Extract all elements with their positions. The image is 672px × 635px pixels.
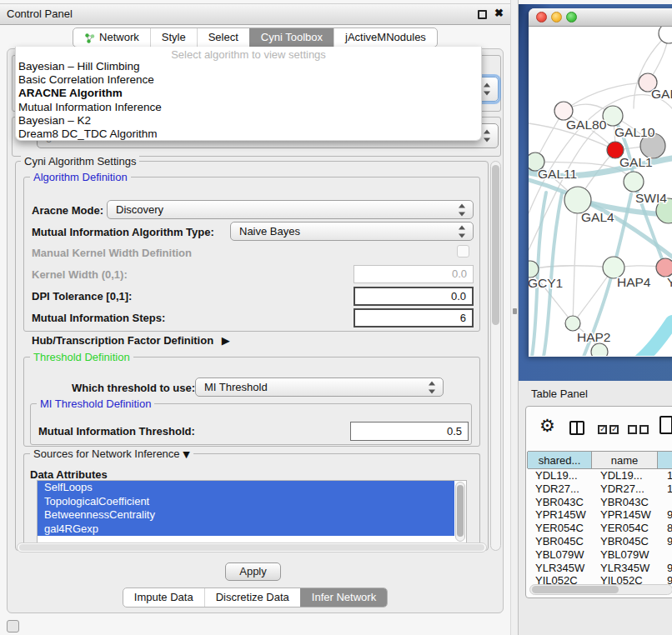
deselect-all-checkboxes-icon[interactable]: [628, 424, 651, 437]
split-pane-grabber-icon[interactable]: [513, 308, 517, 314]
table-cell: YBL079W: [528, 548, 593, 562]
panel-corner-icon[interactable]: [7, 620, 19, 632]
algorithm-option[interactable]: ARACNE Algorithm: [16, 87, 481, 100]
network-edge[interactable]: [573, 200, 578, 323]
settings-vertical-scrollbar[interactable]: [490, 161, 501, 551]
control-panel-title: Control Panel: [7, 8, 73, 20]
combo-spinner-icon: [429, 381, 436, 393]
attribute-item[interactable]: TopologicalCoefficient: [38, 495, 454, 509]
table-horizontal-scrollbar[interactable]: [529, 584, 672, 595]
close-icon[interactable]: ✖: [494, 7, 504, 19]
collapse-down-icon[interactable]: ▼: [183, 449, 189, 460]
table-cell: [659, 548, 672, 562]
table-row[interactable]: YDL19...YDL19...13: [528, 469, 672, 482]
mi-threshold-field[interactable]: 0.5: [350, 422, 469, 441]
attributes-vertical-scrollbar[interactable]: [455, 482, 465, 542]
kernel-width-field[interactable]: 0.0: [354, 265, 474, 283]
mi-type-value: Naive Bayes: [239, 222, 300, 240]
network-node-label: GAL1: [619, 155, 653, 169]
table-cell: YDR27...: [593, 482, 659, 496]
document-icon[interactable]: [659, 416, 672, 434]
tab-discretize-data[interactable]: Discretize Data: [204, 588, 300, 607]
network-node-y[interactable]: [656, 258, 672, 277]
table-row[interactable]: YDR27...YDR27...12: [528, 482, 672, 496]
network-node-hap2[interactable]: [565, 316, 580, 331]
float-window-icon[interactable]: [478, 10, 487, 19]
tab-label: Network: [99, 28, 139, 47]
network-window-titlebar[interactable]: [529, 8, 672, 27]
aracne-mode-value: Discovery: [116, 201, 163, 218]
tab-style[interactable]: Style: [150, 28, 197, 47]
network-window[interactable]: GALGAL80GAL10GAL1GAL11SWI4GAL4GCY1HAP4YH…: [529, 8, 672, 357]
algorithm-option[interactable]: Basic Correlation Inference: [16, 73, 481, 87]
algorithm-option[interactable]: Bayesian – Hill Climbing: [16, 60, 481, 73]
expand-right-icon[interactable]: ▶: [222, 334, 230, 347]
table-cell: YPR145W: [528, 508, 593, 522]
tab-impute-data[interactable]: Impute Data: [123, 588, 204, 607]
tab-network[interactable]: Network: [73, 28, 150, 47]
which-threshold-label: Which threshold to use:: [72, 382, 195, 394]
tab-label: Cyni Toolbox: [261, 28, 323, 47]
which-threshold-combo[interactable]: MI Threshold: [195, 378, 444, 397]
settings-scrollbar-thumb[interactable]: [492, 165, 499, 325]
split-pane-divider[interactable]: [510, 0, 519, 635]
algorithm-option[interactable]: Bayesian – K2: [16, 114, 481, 128]
column-header[interactable]: [657, 452, 672, 468]
zoom-traffic-light-icon[interactable]: [566, 12, 577, 22]
table-cell: YPR145W: [593, 508, 659, 522]
network-node-swi4[interactable]: [624, 172, 644, 192]
algorithm-option[interactable]: Dream8 DC_TDC Algorithm: [16, 128, 481, 141]
attributes-scrollbar-thumb[interactable]: [457, 485, 464, 537]
network-canvas[interactable]: GALGAL80GAL10GAL1GAL11SWI4GAL4GCY1HAP4YH…: [529, 27, 672, 356]
table-row[interactable]: YBR043CYBR043C: [528, 496, 672, 509]
tab-infer-network[interactable]: Infer Network: [300, 588, 387, 607]
network-node-label: HAP2: [577, 330, 611, 344]
algorithm-definition-title: Algorithm Definition: [30, 171, 131, 183]
network-node-label: SWI4: [635, 191, 667, 205]
column-header[interactable]: shared...: [527, 452, 592, 468]
gear-icon[interactable]: ⚙: [539, 416, 555, 436]
network-node-label: GAL4: [581, 210, 614, 224]
combo-spinner-icon: [484, 83, 491, 96]
table-hscrollbar-thumb[interactable]: [532, 586, 619, 593]
attribute-item[interactable]: gal4RGexp: [38, 522, 454, 537]
hub-definition-label[interactable]: Hub/Transcription Factor Definition ▶: [32, 334, 230, 347]
table-cell: YBR045C: [528, 535, 593, 548]
table-row[interactable]: YBR045CYBR045C9.: [528, 535, 672, 548]
column-header[interactable]: name: [591, 452, 658, 468]
table-row[interactable]: YPR145WYPR145W9.: [528, 508, 672, 522]
data-attributes-list[interactable]: SelfLoopsTopologicalCoefficientBetweenne…: [37, 480, 467, 543]
select-all-checkboxes-icon[interactable]: [598, 424, 621, 437]
network-edge[interactable]: [530, 266, 614, 269]
network-node[interactable]: [591, 343, 608, 356]
table-cell: 9.: [659, 508, 672, 522]
attribute-item[interactable]: BetweennessCentrality: [38, 508, 454, 522]
network-graph[interactable]: GALGAL80GAL10GAL1GAL11SWI4GAL4GCY1HAP4YH…: [529, 27, 672, 356]
table-row[interactable]: YER054CYER054C8.: [528, 522, 672, 535]
mi-type-combo[interactable]: Naive Bayes: [230, 222, 474, 241]
algorithm-option[interactable]: Mutual Information Inference: [16, 101, 481, 114]
table-cell: 13: [659, 469, 672, 482]
table-header-row: shared...name: [528, 451, 672, 469]
manual-kernel-checkbox[interactable]: [457, 245, 469, 258]
mi-steps-field[interactable]: 6: [354, 308, 474, 328]
tab-jactivemnodules[interactable]: jActiveMNodules: [333, 28, 437, 47]
minimize-traffic-light-icon[interactable]: [551, 12, 562, 22]
apply-button[interactable]: Apply: [225, 562, 281, 581]
hscrollbar-thumb[interactable]: [19, 544, 484, 551]
table-row[interactable]: YLR345WYLR345W9.: [528, 562, 672, 575]
table-cell: YLR345W: [528, 562, 593, 575]
mi-steps-label: Mutual Information Steps:: [32, 312, 165, 324]
table-row[interactable]: YBL079WYBL079W: [528, 548, 672, 562]
network-edge[interactable]: [544, 193, 562, 356]
attribute-item[interactable]: SelfLoops: [38, 481, 454, 495]
close-traffic-light-icon[interactable]: [536, 12, 547, 22]
settings-group-title: Cyni Algorithm Settings: [21, 155, 139, 168]
aracne-mode-combo[interactable]: Discovery: [107, 200, 474, 219]
settings-horizontal-scrollbar[interactable]: [17, 542, 487, 552]
tab-cyni-toolbox[interactable]: Cyni Toolbox: [249, 28, 333, 47]
dpi-tolerance-field[interactable]: 0.0: [354, 287, 474, 306]
tab-select[interactable]: Select: [197, 28, 249, 47]
network-edge[interactable]: [640, 322, 672, 356]
columns-icon[interactable]: [569, 421, 584, 435]
